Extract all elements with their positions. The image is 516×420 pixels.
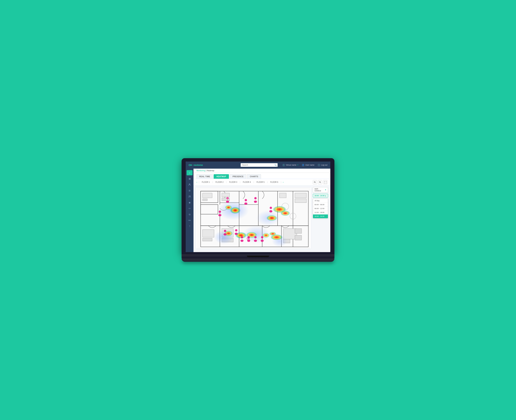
sidebar-item-code[interactable]: </> bbox=[187, 206, 193, 211]
laptop-base bbox=[182, 254, 334, 258]
venue-dropdown-icon: ▼ bbox=[297, 164, 299, 166]
screen-bezel: nextome 🔍 ⊕ Venue name ▼ 👤 User name bbox=[182, 158, 334, 254]
svg-point-72 bbox=[235, 229, 237, 232]
svg-point-64 bbox=[269, 232, 276, 236]
search-bar[interactable]: 🔍 bbox=[241, 163, 278, 167]
header-nav: ⊕ Venue name ▼ 👤 User name ↪ Log out bbox=[282, 164, 327, 167]
time-range-label: 18:00 - 24:00 bbox=[314, 195, 325, 197]
screen: nextome 🔍 ⊕ Venue name ▼ 👤 User name bbox=[186, 162, 330, 252]
search-input[interactable] bbox=[241, 163, 278, 167]
svg-point-76 bbox=[261, 236, 263, 238]
tab-presence[interactable]: PRESENCE bbox=[230, 174, 246, 179]
tab-heatmap[interactable]: HEATMAP bbox=[214, 174, 229, 179]
fit-view-btn[interactable] bbox=[323, 180, 327, 184]
main-content: Monitoring | Heatmap REAL TIME HEATMAP P… bbox=[194, 169, 330, 252]
svg-point-2 bbox=[191, 165, 192, 165]
svg-point-58 bbox=[266, 215, 277, 221]
svg-point-71 bbox=[224, 230, 226, 232]
right-panel: MER 03/08/18 ▼ 18:00 - 24:00 ▲ All day 0… bbox=[311, 187, 328, 249]
svg-point-78 bbox=[248, 238, 249, 239]
floor-divider: | bbox=[199, 181, 199, 183]
floor-nav-controls bbox=[313, 180, 327, 184]
heatmap-wrapper bbox=[196, 187, 311, 249]
date-picker-dropdown-icon: ▼ bbox=[325, 189, 326, 191]
floor-plan-svg bbox=[196, 187, 311, 249]
svg-point-62 bbox=[262, 233, 269, 238]
time-option-allday[interactable]: All day bbox=[313, 199, 328, 203]
svg-point-66 bbox=[227, 197, 228, 199]
user-menu[interactable]: 👤 User name bbox=[302, 164, 314, 167]
floor-item-5[interactable]: FLOOR 5 bbox=[255, 181, 266, 184]
svg-rect-41 bbox=[203, 238, 212, 241]
app-header: nextome 🔍 ⊕ Venue name ▼ 👤 User name bbox=[186, 162, 330, 169]
time-option-0006[interactable]: 00:00 - 06:00 bbox=[313, 203, 328, 207]
breadcrumb: Monitoring | Heatmap bbox=[194, 169, 330, 173]
laptop-hinge bbox=[247, 256, 269, 257]
svg-rect-36 bbox=[295, 193, 306, 198]
sidebar-item-map[interactable]: ⊞ bbox=[187, 188, 193, 193]
svg-point-68 bbox=[254, 197, 257, 199]
sidebar-item-team[interactable] bbox=[187, 194, 193, 199]
svg-point-4 bbox=[189, 196, 190, 196]
map-container: MER 03/08/18 ▼ 18:00 - 24:00 ▲ All day 0… bbox=[194, 186, 330, 250]
logo-text: nextome bbox=[194, 164, 203, 166]
date-picker-label: MER 03/08/18 bbox=[314, 188, 325, 192]
sidebar: ⌂ ▦ ⊞ bbox=[186, 169, 194, 252]
svg-rect-37 bbox=[295, 199, 306, 203]
svg-line-9 bbox=[315, 182, 316, 183]
svg-point-75 bbox=[254, 236, 257, 238]
svg-rect-47 bbox=[295, 235, 302, 240]
floor-item-1[interactable]: FLOOR 1 bbox=[201, 181, 211, 184]
svg-rect-35 bbox=[280, 193, 286, 198]
venue-icon: ⊕ bbox=[282, 164, 285, 167]
time-option-1824[interactable]: 18:00 - 24:00 bbox=[313, 214, 328, 218]
time-option-1218[interactable]: 12:00 - 18:00 bbox=[313, 210, 328, 214]
app-layout: ⌂ ▦ ⊞ bbox=[186, 169, 330, 252]
breadcrumb-parent[interactable]: Monitoring bbox=[197, 170, 205, 172]
floor-item-2[interactable]: FLOOR 2 bbox=[214, 181, 225, 184]
floor-prev-arrow[interactable]: ‹ bbox=[197, 181, 197, 184]
svg-point-3 bbox=[189, 184, 190, 184]
logout-icon: ↪ bbox=[318, 164, 320, 167]
tab-realtime[interactable]: REAL TIME bbox=[197, 174, 213, 179]
svg-rect-32 bbox=[203, 199, 207, 201]
time-range-btn[interactable]: 18:00 - 24:00 ▲ bbox=[313, 194, 328, 197]
svg-rect-40 bbox=[203, 230, 214, 237]
venue-label: Venue name bbox=[286, 164, 296, 166]
sidebar-item-users[interactable] bbox=[187, 182, 193, 187]
sidebar-item-circle[interactable]: ◉ bbox=[187, 200, 193, 205]
tab-charts[interactable]: CHARTS bbox=[247, 174, 261, 179]
app-logo: nextome bbox=[189, 164, 203, 166]
svg-line-12 bbox=[320, 182, 321, 183]
user-icon: 👤 bbox=[302, 164, 305, 167]
zoom-out-btn[interactable] bbox=[318, 180, 322, 184]
tabs-bar: REAL TIME HEATMAP PRESENCE CHARTS bbox=[194, 173, 330, 179]
svg-point-54 bbox=[225, 205, 232, 210]
logout-label: Log out bbox=[321, 164, 327, 166]
floor-item-6[interactable]: FLOOR 6 bbox=[269, 181, 280, 184]
date-picker-btn[interactable]: MER 03/08/18 ▼ bbox=[313, 187, 328, 193]
sidebar-item-layers[interactable]: ⧉ bbox=[187, 212, 193, 217]
svg-rect-31 bbox=[203, 193, 212, 198]
floor-nav: ‹ | FLOOR 1 | FLOOR 2 | FLOOR 3 | FLOOR … bbox=[194, 179, 330, 186]
floor-item-4[interactable]: FLOOR 4 bbox=[242, 181, 252, 184]
time-option-0612[interactable]: 06:00 - 12:00 bbox=[313, 207, 328, 210]
svg-point-67 bbox=[245, 199, 247, 201]
floor-next-arrow[interactable]: › bbox=[283, 181, 284, 184]
venue-selector[interactable]: ⊕ Venue name ▼ bbox=[282, 164, 299, 167]
sidebar-item-home[interactable]: ⌂ bbox=[187, 170, 193, 175]
zoom-in-btn[interactable] bbox=[313, 180, 317, 184]
laptop-bottom bbox=[182, 258, 334, 262]
sidebar-item-gg[interactable]: GG bbox=[187, 218, 193, 223]
logo-icon bbox=[189, 164, 193, 166]
user-label: User name bbox=[305, 164, 314, 166]
svg-point-5 bbox=[190, 196, 190, 196]
time-dropdown: All day 00:00 - 06:00 06:00 - 12:00 12:0… bbox=[313, 199, 328, 218]
sidebar-item-help[interactable]: ? bbox=[187, 224, 193, 229]
floor-item-3[interactable]: FLOOR 3 bbox=[228, 181, 238, 184]
sidebar-item-grid[interactable]: ▦ bbox=[187, 176, 193, 181]
svg-point-69 bbox=[270, 207, 272, 209]
logout-btn[interactable]: ↪ Log out bbox=[318, 164, 327, 167]
svg-point-57 bbox=[280, 210, 290, 216]
time-range-dropdown-icon: ▲ bbox=[325, 195, 326, 197]
